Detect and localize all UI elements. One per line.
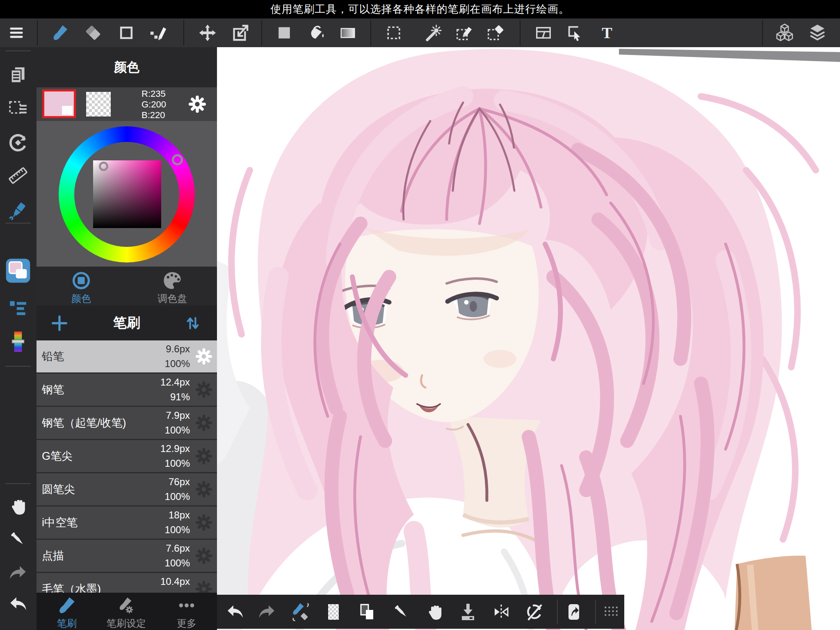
select-rect-icon <box>385 24 403 42</box>
canvas-eyedropper-button[interactable] <box>390 601 413 623</box>
tab-color[interactable]: 颜色 <box>48 267 114 306</box>
brush-opacity: 100% <box>165 491 190 502</box>
gear-icon <box>196 481 212 498</box>
hand-tool-button[interactable] <box>6 495 30 518</box>
brush-icon <box>51 23 70 42</box>
color-brush-panel: 颜色 R:235 G:200 B:220 <box>37 47 217 630</box>
brush-settings-button[interactable] <box>196 381 212 399</box>
brush-tool-button[interactable] <box>50 22 71 43</box>
eyedropper-icon <box>8 529 28 550</box>
magic-wand-tool-button[interactable] <box>423 22 444 43</box>
canvas-redo-button[interactable] <box>256 601 278 623</box>
grid-handle-button[interactable] <box>600 601 622 623</box>
transform-tool-button[interactable] <box>229 22 250 43</box>
brush-eraser-toggle-button[interactable] <box>289 601 311 623</box>
eyedropper-button[interactable] <box>6 527 30 551</box>
select-pen-tool-button[interactable] <box>454 22 475 43</box>
brush-opacity: 100% <box>165 524 190 536</box>
save-button[interactable] <box>457 601 479 623</box>
eraser-tool-button[interactable] <box>82 22 104 43</box>
material-button[interactable] <box>774 22 795 43</box>
transparency-button[interactable] <box>322 601 345 623</box>
brush-row[interactable]: 钢笔（起笔/收笔) 7.9px 100% <box>37 407 217 440</box>
select-pen-icon <box>455 23 474 42</box>
brush-row[interactable]: 点描 7.6px 100% <box>37 540 217 573</box>
divider <box>370 20 371 46</box>
brush-opacity: 100% <box>165 425 190 436</box>
pages-button[interactable] <box>6 64 30 87</box>
hand-icon <box>425 602 445 622</box>
brush-settings-button[interactable] <box>196 448 212 466</box>
ruler-button[interactable] <box>6 164 30 187</box>
select-rect-tool-button[interactable] <box>383 22 404 43</box>
color-settings-button[interactable] <box>189 96 206 114</box>
object-select-button[interactable] <box>564 22 586 43</box>
duplicate-button[interactable] <box>356 601 378 623</box>
brush-settings-button[interactable] <box>196 514 212 532</box>
bucket-tool-button[interactable] <box>306 22 327 43</box>
object-cursor-icon <box>566 23 584 42</box>
add-brush-button[interactable] <box>49 313 70 334</box>
tab-brush-settings[interactable]: 笔刷设定 <box>102 593 151 630</box>
text-tool-button[interactable]: T <box>596 22 618 43</box>
tab-brush-label: 笔刷 <box>57 617 77 630</box>
tab-brush[interactable]: 笔刷 <box>42 593 91 630</box>
gear-icon <box>189 96 206 113</box>
undo-button[interactable] <box>6 592 30 616</box>
brush-settings-button[interactable] <box>196 548 212 566</box>
select-list-button[interactable] <box>6 96 30 120</box>
tab-palette-label: 调色盘 <box>158 292 187 305</box>
flip-horizontal-button[interactable] <box>490 601 512 623</box>
brush-row[interactable]: 铅笔 9.6px 100% <box>37 340 217 374</box>
layers-button[interactable] <box>807 22 828 43</box>
brush-eraser-toggle-icon <box>290 602 310 622</box>
current-color-chip[interactable] <box>5 257 32 284</box>
material-icon <box>775 23 794 43</box>
tab-more[interactable]: 更多 <box>162 593 211 630</box>
brush-name: 点描 <box>42 540 64 572</box>
divider <box>762 20 763 46</box>
hue-handle[interactable] <box>172 154 183 165</box>
curve-pen-tool-button[interactable] <box>147 22 169 43</box>
canvas-undo-button[interactable] <box>224 601 246 623</box>
gradient-slider[interactable] <box>6 330 30 354</box>
brush-size: 18px <box>169 509 190 521</box>
canvas-area[interactable] <box>217 47 840 630</box>
rotate-off-button[interactable] <box>523 601 546 623</box>
menu-button[interactable] <box>6 22 27 43</box>
tab-palette[interactable]: 调色盘 <box>139 267 205 306</box>
brush-settings-button[interactable] <box>196 481 212 499</box>
gradient-tool-button[interactable] <box>337 22 358 43</box>
brush-row[interactable]: 钢笔 12.4px 91% <box>37 374 217 407</box>
canvas-hand-button[interactable] <box>424 601 446 623</box>
gear-icon <box>196 514 212 531</box>
brush-name: 铅笔 <box>42 340 64 372</box>
more-dots-icon <box>176 595 197 616</box>
transparent-color-swatch[interactable] <box>86 92 111 116</box>
rotate-reset-button[interactable] <box>6 131 30 155</box>
sort-brushes-button[interactable] <box>182 313 203 334</box>
brush-row[interactable]: i中空笔 18px 100% <box>37 507 217 540</box>
brush-settings-button[interactable] <box>196 415 212 433</box>
redo-icon <box>257 602 277 622</box>
brush-row[interactable]: G笔尖 12.9px 100% <box>37 440 217 473</box>
sv-handle[interactable] <box>99 162 108 171</box>
redo-button[interactable] <box>6 561 30 585</box>
share-button[interactable] <box>563 601 585 623</box>
brush-row[interactable]: 圆笔尖 76px 100% <box>37 473 217 507</box>
select-eraser-tool-button[interactable] <box>485 22 506 43</box>
brush-settings-button[interactable] <box>196 348 212 366</box>
eyedropper-icon <box>392 602 411 622</box>
shape-tool-button[interactable] <box>116 22 137 43</box>
color-chip-icon <box>5 258 31 284</box>
airbrush-button[interactable] <box>6 199 30 223</box>
color-wheel-section <box>37 121 217 267</box>
current-color-swatch[interactable] <box>42 89 76 118</box>
move-tool-button[interactable] <box>197 22 218 43</box>
redo-icon <box>8 563 28 583</box>
brush-panel-button[interactable] <box>6 297 30 320</box>
tab-more-label: 更多 <box>177 617 196 630</box>
b-value: B:220 <box>142 110 166 121</box>
panel-split-button[interactable] <box>533 22 554 43</box>
foreground-color-button[interactable] <box>274 22 295 43</box>
